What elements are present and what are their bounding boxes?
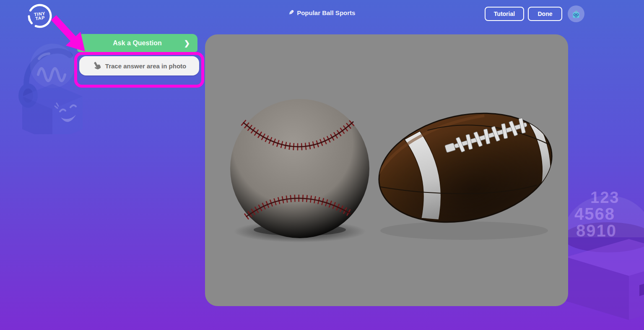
trace-answer-button[interactable]: Trace answer area in photo (79, 56, 199, 75)
dome-numbers-row1: 123 (590, 189, 619, 206)
pencil-icon: ✎ (289, 9, 294, 16)
numbers-machine-decoration: 123 4568 8910 (566, 175, 644, 330)
done-button[interactable]: Done (528, 7, 562, 21)
trace-answer-label: Trace answer area in photo (105, 62, 186, 70)
lesson-title[interactable]: ✎ Popular Ball Sports (289, 9, 356, 16)
robot-avatar-icon (570, 8, 582, 20)
football-image (369, 98, 562, 240)
baseball-image (230, 99, 369, 242)
chevron-right-icon: ❯ (184, 39, 190, 47)
ask-question-label: Ask a Question (113, 39, 161, 47)
profile-avatar[interactable] (568, 5, 584, 22)
app-canvas: 123 4568 8910 TINY TAP ✎ Popular Ball Sp… (0, 0, 644, 330)
hand-trace-icon (92, 61, 101, 70)
popular-ball-sports-photo (205, 34, 568, 306)
slide-photo-area[interactable] (205, 34, 568, 306)
lesson-title-text: Popular Ball Sports (297, 9, 355, 16)
logo-word-bottom: TAP (35, 16, 45, 21)
tutorial-button-label: Tutorial (494, 10, 515, 17)
dome-numbers-row3: 8910 (576, 221, 617, 240)
tutorial-button[interactable]: Tutorial (485, 7, 524, 21)
dome-numbers-row2: 4568 (574, 205, 615, 223)
tinytap-logo[interactable]: TINY TAP (26, 3, 53, 29)
done-button-label: Done (538, 10, 553, 17)
